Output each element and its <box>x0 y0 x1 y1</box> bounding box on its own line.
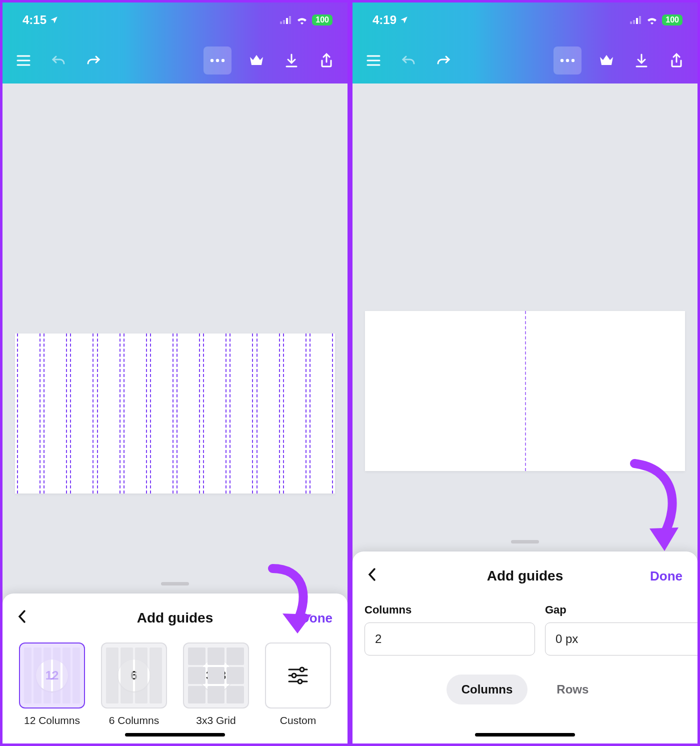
column-guide <box>44 334 67 494</box>
sheet-title: Add guides <box>487 568 563 584</box>
sheet-grabber[interactable] <box>511 540 539 544</box>
share-icon[interactable] <box>316 50 336 70</box>
sheet-back-button[interactable] <box>18 609 26 628</box>
field-columns: Columns <box>364 604 535 656</box>
phone-right: 4:19 100 Add guides Done <box>352 2 698 744</box>
clock-text: 4:15 <box>22 13 46 27</box>
svg-point-8 <box>216 59 219 62</box>
guide-option-custom[interactable]: Custom <box>262 642 334 726</box>
status-bar: 4:15 100 <box>2 2 348 38</box>
clock-text: 4:19 <box>372 13 396 27</box>
field-label: Columns <box>364 604 535 616</box>
undo-icon[interactable] <box>398 50 418 70</box>
more-button[interactable] <box>554 46 582 74</box>
svg-rect-20 <box>639 16 641 24</box>
download-icon[interactable] <box>632 50 652 70</box>
column-guide <box>203 334 226 494</box>
location-icon <box>50 16 58 24</box>
status-bar: 4:19 100 <box>352 2 698 38</box>
svg-rect-2 <box>286 18 288 24</box>
svg-rect-18 <box>633 20 635 24</box>
undo-icon[interactable] <box>48 50 68 70</box>
column-guide <box>176 334 200 494</box>
artboard[interactable] <box>15 334 335 494</box>
sheet-done-button[interactable]: Done <box>650 568 682 584</box>
gap-input[interactable] <box>545 622 698 656</box>
segment-rows[interactable]: Rows <box>542 674 604 704</box>
column-guide <box>283 334 306 494</box>
segment-columns[interactable]: Columns <box>446 674 528 704</box>
guide-option-3x3-grid[interactable]: 3x3 3x3 Grid <box>180 642 252 726</box>
svg-point-24 <box>560 59 564 62</box>
svg-rect-3 <box>289 16 291 24</box>
orientation-segment: Columns Rows <box>364 670 686 704</box>
artboard[interactable] <box>365 311 685 471</box>
signal-icon <box>630 16 642 24</box>
status-time: 4:15 <box>22 13 58 27</box>
sheet-back-button[interactable] <box>368 567 376 586</box>
crown-icon[interactable] <box>596 50 616 70</box>
option-label: Custom <box>280 714 316 726</box>
svg-rect-19 <box>636 18 638 24</box>
svg-point-9 <box>222 59 224 62</box>
column-guide <box>70 334 94 494</box>
option-label: 12 Columns <box>24 714 80 726</box>
option-label: 6 Columns <box>109 714 159 726</box>
home-indicator[interactable] <box>125 733 225 736</box>
status-time: 4:19 <box>372 13 408 27</box>
column-guide <box>17 334 40 494</box>
sheet-grabber[interactable] <box>161 582 189 586</box>
share-icon[interactable] <box>666 50 686 70</box>
phone-left: 4:15 100 Add guides Done <box>2 2 348 744</box>
menu-icon[interactable] <box>14 50 34 70</box>
svg-point-14 <box>292 674 296 678</box>
svg-point-25 <box>566 59 569 62</box>
center-guide <box>525 311 526 471</box>
column-guide <box>230 334 253 494</box>
battery-badge: 100 <box>312 14 332 26</box>
column-guide <box>124 334 147 494</box>
sheet-done-button[interactable]: Done <box>300 610 332 626</box>
wifi-icon <box>296 16 308 24</box>
column-guide <box>150 334 174 494</box>
column-guide <box>97 334 120 494</box>
more-button[interactable] <box>204 46 232 74</box>
field-label: Gap <box>545 604 698 616</box>
column-guide <box>256 334 280 494</box>
download-icon[interactable] <box>282 50 302 70</box>
guide-option-6-columns[interactable]: 6 6 Columns <box>98 642 170 726</box>
battery-badge: 100 <box>662 14 682 26</box>
custom-guides-sheet: Add guides Done Columns Gap Margin Colum… <box>352 552 698 744</box>
add-guides-sheet: Add guides Done 12 12 Columns 6 6 Column… <box>2 594 348 744</box>
sliders-icon <box>287 666 309 684</box>
svg-point-16 <box>298 680 302 684</box>
redo-icon[interactable] <box>434 50 454 70</box>
svg-point-7 <box>210 59 214 62</box>
svg-rect-17 <box>630 22 632 24</box>
top-toolbar <box>2 38 348 84</box>
crown-icon[interactable] <box>246 50 266 70</box>
top-toolbar <box>352 38 698 84</box>
svg-point-26 <box>572 59 574 62</box>
signal-icon <box>280 16 292 24</box>
option-label: 3x3 Grid <box>196 714 236 726</box>
menu-icon[interactable] <box>364 50 384 70</box>
sheet-title: Add guides <box>137 610 213 626</box>
wifi-icon <box>646 16 658 24</box>
guide-option-12-columns[interactable]: 12 12 Columns <box>16 642 88 726</box>
column-guide <box>310 334 333 494</box>
home-indicator[interactable] <box>475 733 575 736</box>
field-gap: Gap <box>545 604 698 656</box>
svg-rect-0 <box>280 22 282 24</box>
svg-rect-1 <box>283 20 285 24</box>
svg-point-12 <box>300 668 304 672</box>
location-icon <box>400 16 408 24</box>
redo-icon[interactable] <box>84 50 104 70</box>
columns-input[interactable] <box>364 622 535 656</box>
